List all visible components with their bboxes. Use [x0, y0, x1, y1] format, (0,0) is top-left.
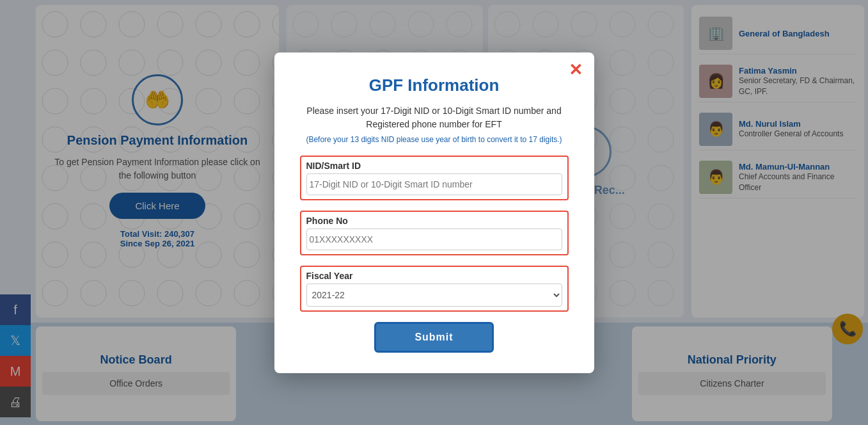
fiscal-field-box: Fiscal Year 2021-22 2020-21 2019-20 2018…: [300, 266, 569, 312]
modal-note: (Before your 13 digits NID please use ye…: [300, 135, 569, 144]
fiscal-label: Fiscal Year: [306, 271, 562, 281]
modal-close-button[interactable]: ✕: [569, 61, 583, 78]
gpf-modal: ✕ GPF Information Please insert your 17-…: [274, 52, 594, 373]
phone-label: Phone No: [306, 216, 562, 226]
modal-wrapper: ✕ GPF Information Please insert your 17-…: [0, 0, 868, 425]
submit-button[interactable]: Submit: [374, 322, 493, 353]
fiscal-year-select[interactable]: 2021-22 2020-21 2019-20 2018-19 2017-18: [306, 284, 562, 307]
modal-subtitle: Please insert your 17-Digit NID or 10-Di…: [300, 104, 569, 131]
submit-wrapper: Submit: [300, 322, 569, 353]
phone-field-box: Phone No: [300, 211, 569, 255]
nid-field-box: NID/Smart ID: [300, 156, 569, 200]
nid-input[interactable]: [306, 173, 562, 195]
modal-title: GPF Information: [300, 76, 569, 95]
phone-input[interactable]: [306, 229, 562, 250]
nid-label: NID/Smart ID: [306, 161, 562, 171]
